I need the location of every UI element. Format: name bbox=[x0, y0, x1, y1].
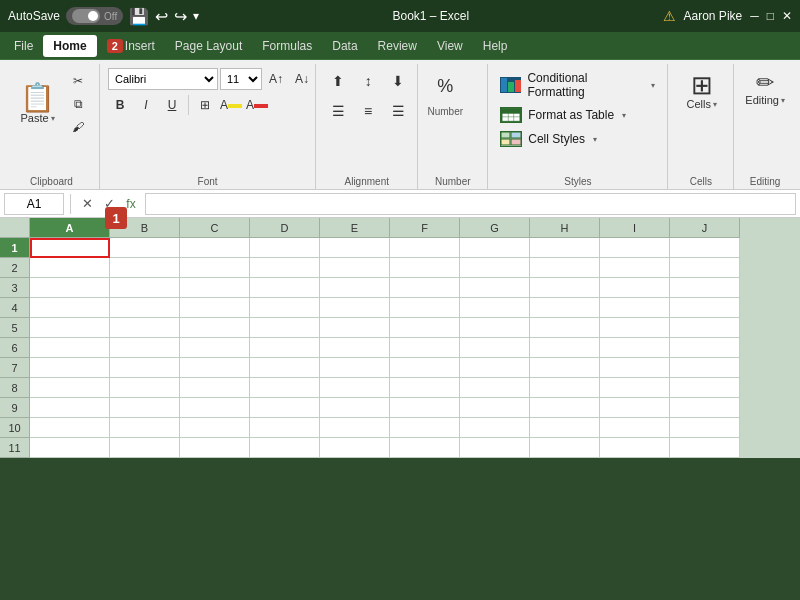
cell-h3[interactable] bbox=[530, 278, 600, 298]
cell-c10[interactable] bbox=[180, 418, 250, 438]
window-restore-icon[interactable]: □ bbox=[767, 9, 774, 23]
cell-b10[interactable] bbox=[110, 418, 180, 438]
cell-f2[interactable] bbox=[390, 258, 460, 278]
row-num-7[interactable]: 7 bbox=[0, 358, 30, 378]
col-header-h[interactable]: H bbox=[530, 218, 600, 238]
font-color-button[interactable]: A bbox=[245, 94, 269, 116]
col-header-a[interactable]: A bbox=[30, 218, 110, 238]
undo-icon[interactable]: ↩ bbox=[155, 7, 168, 26]
cell-j7[interactable] bbox=[670, 358, 740, 378]
cell-h2[interactable] bbox=[530, 258, 600, 278]
cell-i3[interactable] bbox=[600, 278, 670, 298]
col-header-g[interactable]: G bbox=[460, 218, 530, 238]
cell-b4[interactable] bbox=[110, 298, 180, 318]
cell-c2[interactable] bbox=[180, 258, 250, 278]
menu-home[interactable]: Home bbox=[43, 35, 96, 57]
cell-i7[interactable] bbox=[600, 358, 670, 378]
cell-e8[interactable] bbox=[320, 378, 390, 398]
cell-b8[interactable] bbox=[110, 378, 180, 398]
menu-help[interactable]: Help bbox=[473, 35, 518, 57]
cell-f9[interactable] bbox=[390, 398, 460, 418]
align-bottom-button[interactable]: ⬇ bbox=[384, 68, 412, 94]
cell-e2[interactable] bbox=[320, 258, 390, 278]
cell-c3[interactable] bbox=[180, 278, 250, 298]
cell-j1[interactable] bbox=[670, 238, 740, 258]
align-center-button[interactable]: ≡ bbox=[354, 98, 382, 124]
row-num-10[interactable]: 10 bbox=[0, 418, 30, 438]
cell-b11[interactable] bbox=[110, 438, 180, 458]
confirm-formula-button[interactable]: ✓ bbox=[99, 194, 119, 214]
cell-f3[interactable] bbox=[390, 278, 460, 298]
row-num-3[interactable]: 3 bbox=[0, 278, 30, 298]
cell-h10[interactable] bbox=[530, 418, 600, 438]
cell-g7[interactable] bbox=[460, 358, 530, 378]
align-middle-button[interactable]: ↕ bbox=[354, 68, 382, 94]
cell-e9[interactable] bbox=[320, 398, 390, 418]
cell-b7[interactable] bbox=[110, 358, 180, 378]
cell-styles-button[interactable]: Cell Styles ▾ bbox=[496, 128, 659, 150]
cell-j10[interactable] bbox=[670, 418, 740, 438]
save-icon[interactable]: 💾 bbox=[129, 7, 149, 26]
bold-button[interactable]: B bbox=[108, 94, 132, 116]
menu-data[interactable]: Data bbox=[322, 35, 367, 57]
cell-e11[interactable] bbox=[320, 438, 390, 458]
window-minimize-icon[interactable]: ─ bbox=[750, 9, 759, 23]
row-num-5[interactable]: 5 bbox=[0, 318, 30, 338]
cell-b1[interactable] bbox=[110, 238, 180, 258]
cell-e4[interactable] bbox=[320, 298, 390, 318]
align-left-button[interactable]: ☰ bbox=[324, 98, 352, 124]
menu-review[interactable]: Review bbox=[368, 35, 427, 57]
cell-e6[interactable] bbox=[320, 338, 390, 358]
row-num-4[interactable]: 4 bbox=[0, 298, 30, 318]
cell-d4[interactable] bbox=[250, 298, 320, 318]
cell-j5[interactable] bbox=[670, 318, 740, 338]
cell-b5[interactable] bbox=[110, 318, 180, 338]
cell-j3[interactable] bbox=[670, 278, 740, 298]
cell-j11[interactable] bbox=[670, 438, 740, 458]
cell-g8[interactable] bbox=[460, 378, 530, 398]
cell-i10[interactable] bbox=[600, 418, 670, 438]
cancel-formula-button[interactable]: ✕ bbox=[77, 194, 97, 214]
cell-d3[interactable] bbox=[250, 278, 320, 298]
col-header-i[interactable]: I bbox=[600, 218, 670, 238]
cell-a10[interactable] bbox=[30, 418, 110, 438]
copy-button[interactable]: ⧉ bbox=[65, 93, 91, 115]
cell-e10[interactable] bbox=[320, 418, 390, 438]
editing-button[interactable]: ✏ Editing ▾ bbox=[737, 68, 793, 110]
cell-d6[interactable] bbox=[250, 338, 320, 358]
cell-i5[interactable] bbox=[600, 318, 670, 338]
cell-i8[interactable] bbox=[600, 378, 670, 398]
menu-file[interactable]: File bbox=[4, 35, 43, 57]
cell-g10[interactable] bbox=[460, 418, 530, 438]
cell-i9[interactable] bbox=[600, 398, 670, 418]
cell-j8[interactable] bbox=[670, 378, 740, 398]
cell-a7[interactable] bbox=[30, 358, 110, 378]
paste-button[interactable]: 📋 Paste ▾ bbox=[12, 70, 63, 138]
cell-d10[interactable] bbox=[250, 418, 320, 438]
cell-h9[interactable] bbox=[530, 398, 600, 418]
cells-button[interactable]: ⊞ Cells ▾ bbox=[676, 66, 726, 116]
cell-b6[interactable] bbox=[110, 338, 180, 358]
cell-c8[interactable] bbox=[180, 378, 250, 398]
cell-f5[interactable] bbox=[390, 318, 460, 338]
cell-j6[interactable] bbox=[670, 338, 740, 358]
cell-c1[interactable] bbox=[180, 238, 250, 258]
cell-h6[interactable] bbox=[530, 338, 600, 358]
user-name[interactable]: Aaron Pike bbox=[684, 9, 743, 23]
cell-d1[interactable] bbox=[250, 238, 320, 258]
row-num-11[interactable]: 11 bbox=[0, 438, 30, 458]
cell-g3[interactable] bbox=[460, 278, 530, 298]
col-header-d[interactable]: D bbox=[250, 218, 320, 238]
cell-a8[interactable] bbox=[30, 378, 110, 398]
redo-icon[interactable]: ↪ bbox=[174, 7, 187, 26]
cell-g5[interactable] bbox=[460, 318, 530, 338]
menu-insert[interactable]: 2 Insert bbox=[97, 35, 165, 57]
cell-b2[interactable] bbox=[110, 258, 180, 278]
cell-j4[interactable] bbox=[670, 298, 740, 318]
cell-c11[interactable] bbox=[180, 438, 250, 458]
cell-f11[interactable] bbox=[390, 438, 460, 458]
cell-a11[interactable] bbox=[30, 438, 110, 458]
cut-button[interactable]: ✂ bbox=[65, 70, 91, 92]
row-num-1[interactable]: 1 bbox=[0, 238, 30, 258]
cell-c4[interactable] bbox=[180, 298, 250, 318]
